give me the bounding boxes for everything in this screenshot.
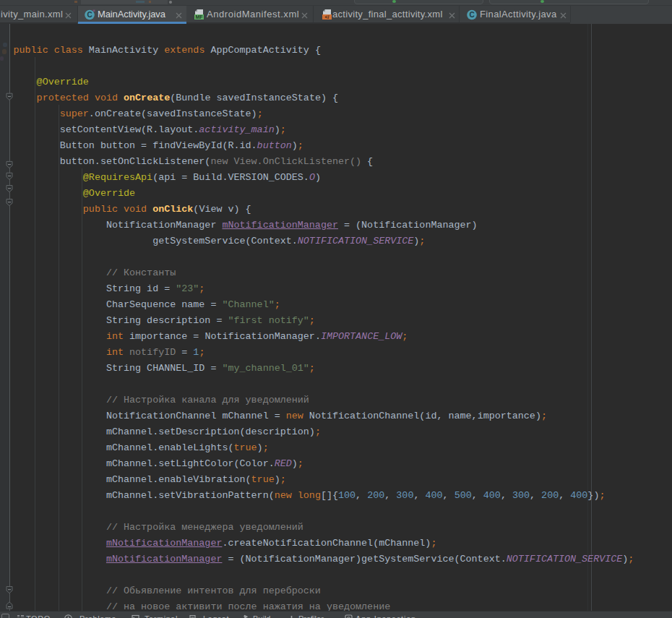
svg-text:MF: MF bbox=[195, 14, 203, 20]
svg-text:C: C bbox=[469, 11, 474, 19]
svg-text:C: C bbox=[87, 11, 92, 19]
svg-text:</: </ bbox=[324, 14, 329, 20]
